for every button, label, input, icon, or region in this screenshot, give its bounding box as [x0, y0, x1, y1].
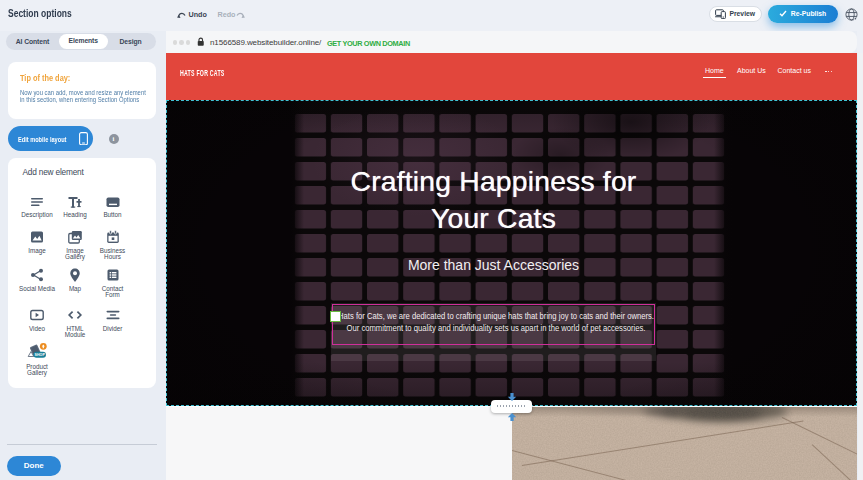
svg-text:SHOP: SHOP: [35, 353, 46, 357]
